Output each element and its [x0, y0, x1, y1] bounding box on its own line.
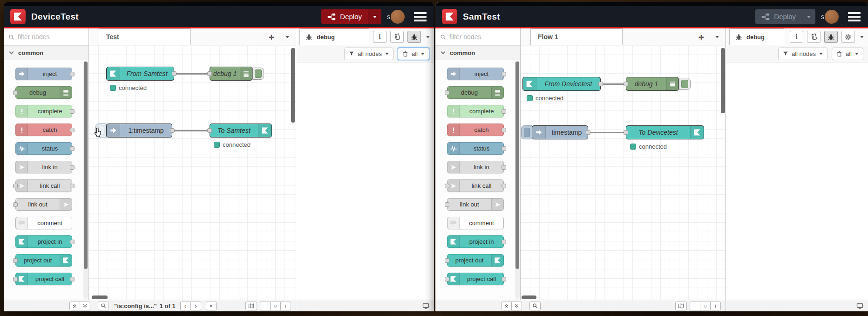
output-port[interactable]	[598, 82, 603, 86]
palette-node-link-in[interactable]: link in	[447, 161, 504, 173]
debug-panel-button[interactable]	[407, 31, 421, 43]
palette-node-link-call[interactable]: link call	[447, 179, 504, 192]
wire[interactable]	[174, 73, 210, 75]
palette-node-project-call[interactable]: project call	[447, 273, 504, 285]
output-port[interactable]	[70, 128, 75, 132]
palette-node-status[interactable]: status	[15, 142, 72, 155]
palette-scrollbar[interactable]	[83, 61, 88, 299]
palette-node-inject[interactable]: inject	[447, 68, 504, 80]
flow-node-from-samtest[interactable]: From Samtest	[106, 67, 174, 81]
palette-node-project-in[interactable]: project in	[15, 235, 72, 248]
deploy-options-button[interactable]	[802, 9, 815, 24]
collapse-up-button[interactable]	[501, 302, 512, 310]
zoom-reset-button[interactable]: ○	[700, 302, 711, 310]
palette-node-comment[interactable]: comment	[15, 217, 72, 229]
output-port[interactable]	[502, 165, 506, 170]
avatar[interactable]: s	[825, 10, 839, 24]
canvas-vertical-scrollbar[interactable]	[721, 48, 725, 113]
input-port[interactable]	[445, 258, 449, 263]
input-port[interactable]	[207, 71, 212, 76]
output-port[interactable]	[502, 146, 506, 151]
workspace-canvas[interactable]: From Devicetest debug 1 connected timest…	[521, 45, 726, 300]
palette-node-project-out[interactable]: project out	[447, 254, 504, 267]
deploy-button[interactable]: Deploy	[755, 9, 815, 24]
tab-debug[interactable]: debug	[729, 28, 784, 45]
palette-node-complete[interactable]: complete	[15, 105, 72, 117]
flow-node-debug1[interactable]: debug 1	[626, 77, 679, 91]
output-port[interactable]	[502, 109, 506, 114]
input-port[interactable]	[445, 277, 449, 282]
palette-scrollbar[interactable]	[515, 61, 520, 299]
collapse-up-button[interactable]	[69, 302, 80, 310]
menu-icon[interactable]	[848, 12, 861, 21]
palette-node-catch[interactable]: catch	[15, 124, 72, 136]
flow-node-debug1[interactable]: debug 1	[210, 67, 252, 81]
output-port[interactable]	[502, 184, 506, 188]
help-button[interactable]	[390, 31, 404, 43]
workspace-canvas[interactable]: From Samtest debug 1 connected 1:timesta…	[89, 45, 296, 300]
collapse-down-button[interactable]	[80, 302, 90, 310]
palette-node-link-out[interactable]: link out	[15, 198, 72, 211]
flow-node-inject[interactable]: timestamp	[532, 125, 588, 139]
add-flow-button[interactable]: +	[269, 32, 274, 42]
menu-icon[interactable]	[414, 12, 427, 21]
input-port[interactable]	[445, 90, 449, 95]
canvas-vertical-scrollbar[interactable]	[291, 48, 295, 123]
input-port[interactable]	[13, 202, 18, 207]
info-button[interactable]: i	[373, 31, 387, 43]
output-port[interactable]	[172, 71, 176, 76]
palette-node-link-out[interactable]: link out	[447, 198, 504, 211]
input-port[interactable]	[445, 202, 449, 207]
palette-node-catch[interactable]: catch	[447, 124, 504, 136]
zoom-out-button[interactable]: −	[690, 302, 700, 310]
palette-node-status[interactable]: status	[447, 142, 504, 155]
output-port[interactable]	[70, 240, 75, 244]
flow-node-to-devicetest[interactable]: To Devicetest	[626, 125, 704, 139]
palette-node-link-call[interactable]: link call	[15, 179, 72, 192]
inject-trigger-button[interactable]	[95, 124, 107, 137]
zoom-in-button[interactable]: +	[280, 302, 291, 310]
search-next-button[interactable]: ›	[190, 302, 201, 310]
palette-node-comment[interactable]: comment	[447, 217, 504, 229]
output-port[interactable]	[586, 130, 590, 135]
debug-panel-button[interactable]	[824, 31, 838, 43]
palette-node-project-call[interactable]: project call	[15, 273, 72, 285]
deploy-options-button[interactable]	[368, 9, 381, 24]
flow-node-inject[interactable]: 1:timestamp	[106, 124, 172, 137]
palette-node-link-in[interactable]: link in	[15, 161, 72, 173]
palette-filter-input[interactable]	[449, 33, 504, 41]
tab-debug[interactable]: debug	[299, 28, 369, 45]
palette-node-inject[interactable]: inject	[15, 68, 72, 80]
input-port[interactable]	[13, 184, 18, 188]
search-button[interactable]	[529, 302, 541, 310]
deploy-button[interactable]: Deploy	[321, 9, 381, 24]
flow-node-to-samtest[interactable]: To Samtest	[210, 124, 272, 137]
palette-node-project-in[interactable]: project in	[447, 235, 504, 248]
flow-node-from-devicetest[interactable]: From Devicetest	[522, 77, 601, 91]
help-button[interactable]	[807, 31, 821, 43]
wire[interactable]	[590, 132, 626, 133]
canvas-horizontal-scrollbar[interactable]	[92, 295, 108, 299]
sidebar-options-chevron-icon[interactable]	[860, 36, 864, 40]
output-port[interactable]	[70, 109, 75, 114]
canvas-horizontal-scrollbar[interactable]	[522, 295, 536, 299]
debug-clear-button[interactable]: all	[398, 48, 429, 60]
output-port[interactable]	[502, 128, 506, 132]
wire[interactable]	[174, 130, 210, 131]
input-port[interactable]	[624, 130, 628, 135]
input-port[interactable]	[13, 90, 18, 95]
search-prev-button[interactable]: ‹	[180, 302, 191, 310]
navigator-button[interactable]	[675, 302, 687, 310]
flow-list-chevron-icon[interactable]	[715, 36, 719, 40]
add-flow-button[interactable]: +	[698, 32, 704, 42]
open-debug-window-button[interactable]	[422, 302, 429, 309]
wire[interactable]	[601, 83, 626, 85]
output-port[interactable]	[170, 128, 175, 133]
open-debug-window-button[interactable]	[856, 302, 863, 309]
output-port[interactable]	[70, 146, 75, 151]
zoom-in-button[interactable]: +	[710, 302, 721, 310]
avatar[interactable]: s	[391, 10, 405, 24]
collapse-down-button[interactable]	[511, 302, 522, 310]
output-port[interactable]	[70, 184, 75, 188]
flow-list-chevron-icon[interactable]	[285, 36, 289, 40]
